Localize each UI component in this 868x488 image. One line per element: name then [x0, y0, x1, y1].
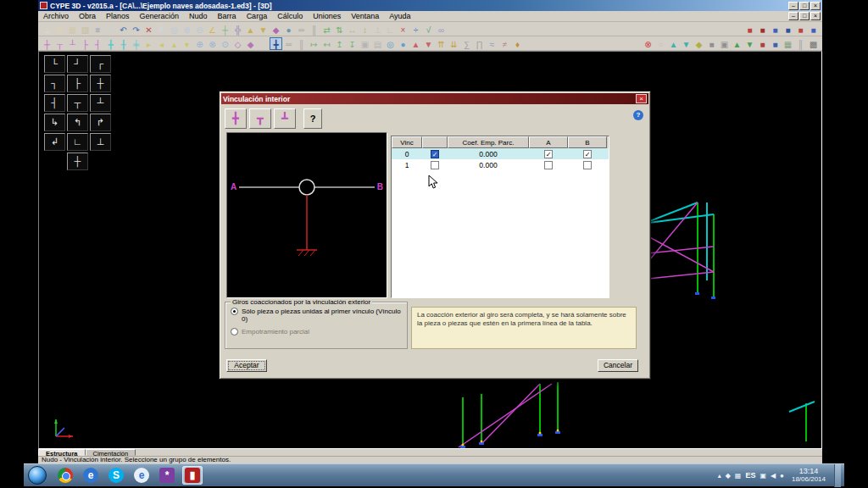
show-desktop-button[interactable]: [834, 464, 841, 487]
node-icon[interactable]: ◆: [270, 23, 282, 36]
coef-value[interactable]: 0.000: [448, 159, 529, 170]
gray-box-icon[interactable]: ■: [705, 37, 718, 50]
tray-update-icon[interactable]: ●: [780, 472, 784, 480]
constraint-type-10-button[interactable]: ↰: [67, 114, 88, 131]
beam-icon[interactable]: ═: [282, 37, 295, 50]
double-down-icon[interactable]: ⇊: [448, 37, 460, 50]
vinculacion-interior-tool-icon[interactable]: ╋: [270, 37, 282, 50]
zoom-out-icon[interactable]: ⊖: [193, 23, 206, 36]
angle-icon[interactable]: ∠: [206, 23, 219, 36]
gem-icon[interactable]: ◆: [693, 37, 705, 50]
start-button[interactable]: [28, 466, 47, 485]
not-equal-icon[interactable]: ≠: [498, 37, 511, 50]
rotate-up-icon[interactable]: ▲: [667, 37, 680, 50]
diamond-gold-icon[interactable]: ♦: [511, 37, 524, 50]
select-node-icon[interactable]: ⊙: [219, 37, 231, 50]
undo-icon[interactable]: ↶: [117, 23, 130, 36]
node-top-icon[interactable]: ┬: [53, 37, 66, 50]
dot-icon[interactable]: ●: [397, 37, 409, 50]
tool-icon[interactable]: K: [155, 23, 168, 36]
accept-button[interactable]: Aceptar: [226, 359, 267, 372]
menu-ayuda[interactable]: Ayuda: [384, 11, 415, 22]
diamond-fill-icon[interactable]: ◆: [244, 37, 257, 50]
view-red-icon[interactable]: ■: [794, 23, 807, 36]
constraint-type-2-button[interactable]: ┌: [90, 55, 111, 73]
print-icon[interactable]: ▭: [104, 23, 117, 36]
menu-nudo[interactable]: Nudo: [184, 11, 213, 22]
menu-obra[interactable]: Obra: [74, 11, 101, 22]
post-icon[interactable]: ║: [295, 37, 308, 50]
hatch-icon[interactable]: ▩: [807, 37, 820, 50]
view-cube-red-icon[interactable]: ■: [743, 23, 756, 36]
column-icon[interactable]: ║: [308, 23, 320, 36]
stretch-v-icon[interactable]: ↕: [359, 23, 371, 36]
constraint-type-8-button[interactable]: ┴: [90, 94, 111, 112]
save-icon[interactable]: ▦: [66, 23, 79, 36]
view-blue-icon[interactable]: ■: [807, 23, 820, 36]
open-icon[interactable]: ▤: [53, 23, 66, 36]
radio-option-0[interactable]: Sólo pieza o piezas unidas al primer vín…: [231, 308, 403, 323]
approx-icon[interactable]: ≈: [486, 37, 498, 50]
up-icon[interactable]: ▲: [244, 23, 257, 36]
list-icon[interactable]: ≡: [92, 23, 104, 36]
radio-icon[interactable]: [231, 328, 238, 336]
vinc-type-3-icon[interactable]: ┻: [274, 108, 296, 129]
map-left-icon[interactable]: ↤: [320, 37, 333, 50]
internet-explorer-icon[interactable]: e: [81, 466, 101, 485]
mesh-icon[interactable]: ▦: [782, 37, 794, 50]
menu-planos[interactable]: Planos: [101, 11, 135, 22]
redo-icon[interactable]: ↷: [130, 23, 142, 36]
constraint-type-5-button[interactable]: ┼: [90, 75, 111, 92]
taskbar-clock[interactable]: 13:14 18/06/2014: [792, 467, 826, 484]
point-icon[interactable]: ●: [282, 23, 295, 36]
add-node-icon[interactable]: ⊕: [193, 37, 206, 50]
checkbox-a[interactable]: [544, 161, 553, 169]
double-up-icon[interactable]: ⇈: [435, 37, 448, 50]
menu-carga[interactable]: Carga: [242, 11, 273, 22]
row-enable-checkbox[interactable]: ✓: [431, 150, 439, 158]
product-icon[interactable]: ∏: [473, 37, 486, 50]
node-left-icon[interactable]: ├: [79, 37, 92, 50]
green-down-icon[interactable]: ▼: [743, 37, 756, 50]
arrow-left-icon[interactable]: ◂: [155, 37, 168, 50]
node-bottom-icon[interactable]: ┴: [66, 37, 79, 50]
map-down-icon[interactable]: ↧: [346, 37, 359, 50]
constraint-type-3-button[interactable]: ┐: [44, 75, 65, 92]
table-row[interactable]: 0✓0.000✓✓: [392, 148, 609, 159]
constraint-type-4-button[interactable]: ├: [67, 75, 88, 92]
menu-ventana[interactable]: Ventana: [346, 11, 384, 22]
zoom-in-icon[interactable]: ⊕: [181, 23, 193, 36]
media-app-icon[interactable]: *: [157, 466, 177, 485]
titlebar-minimize-button[interactable]: –: [788, 2, 798, 10]
chrome-icon[interactable]: [55, 466, 75, 485]
target-icon[interactable]: ◎: [384, 37, 397, 50]
mdi-maximize-button[interactable]: □: [799, 12, 810, 20]
snap-icon[interactable]: ╬: [231, 23, 244, 36]
remove-node-icon[interactable]: ⊗: [206, 37, 219, 50]
checkbox-b[interactable]: ✓: [583, 150, 592, 158]
constraint-type-0-button[interactable]: └: [44, 55, 65, 73]
coef-value[interactable]: 0.000: [448, 148, 529, 159]
table-row[interactable]: 10.000: [392, 159, 609, 170]
bar-icon[interactable]: ═: [295, 23, 308, 36]
down-icon[interactable]: ▼: [257, 23, 270, 36]
tray-power-icon[interactable]: ◀: [771, 472, 776, 480]
green-up-icon[interactable]: ▲: [731, 37, 743, 50]
arrow-down-icon[interactable]: ▾: [181, 37, 193, 50]
erase-icon[interactable]: ×: [397, 23, 409, 36]
divide-icon[interactable]: ÷: [409, 23, 422, 36]
language-indicator[interactable]: ES: [745, 471, 755, 480]
tray-volume-icon[interactable]: ▣: [760, 472, 766, 480]
bars-icon[interactable]: ║: [794, 37, 807, 50]
constraint-type-11-button[interactable]: ↱: [90, 114, 111, 131]
constraint-type-1-button[interactable]: ┘: [67, 55, 88, 73]
menu-generación[interactable]: Generación: [135, 11, 185, 22]
vinc-type-1-icon[interactable]: ╋: [225, 108, 247, 129]
save-as-icon[interactable]: ▨: [79, 23, 92, 36]
swap-v-icon[interactable]: ⇅: [333, 23, 346, 36]
map-right-icon[interactable]: ↦: [308, 37, 320, 50]
diamond-icon[interactable]: ◇: [231, 37, 244, 50]
checkbox-a[interactable]: ✓: [544, 150, 553, 158]
blue-box-icon[interactable]: ■: [769, 37, 782, 50]
panel-lines-icon[interactable]: ▤: [371, 37, 384, 50]
